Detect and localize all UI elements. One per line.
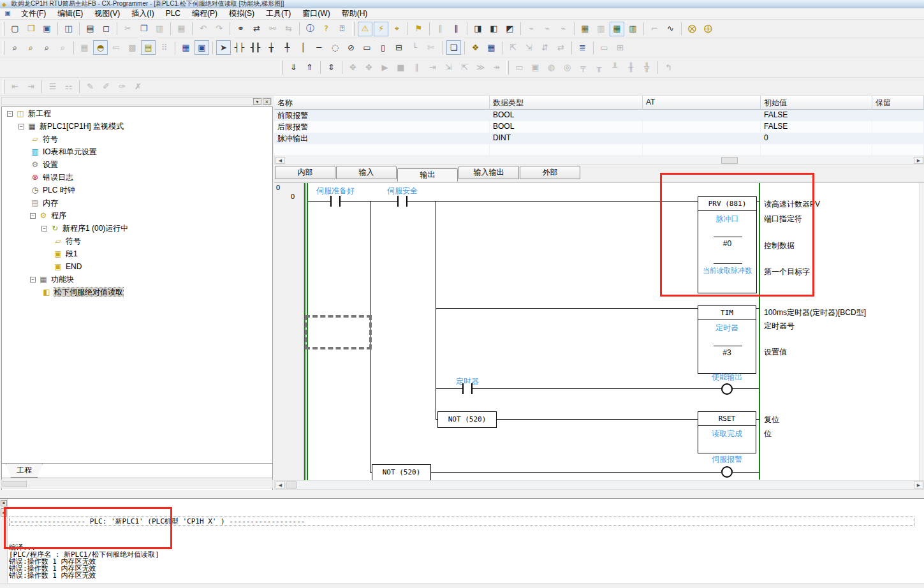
new-or-contact-icon[interactable]: ╁	[264, 40, 279, 55]
expand-toggle-icon[interactable]: −	[41, 226, 47, 232]
table-cell[interactable]: 0	[761, 133, 872, 144]
return-icon[interactable]: ↰	[661, 60, 676, 75]
show-address-icon[interactable]: ▦	[179, 40, 193, 55]
scrollbar-thumb[interactable]	[721, 157, 738, 164]
column-header[interactable]: 数据类型	[490, 96, 643, 110]
zoom-100-icon[interactable]: ⌕	[55, 40, 70, 55]
work-online-icon[interactable]: ⌁	[524, 22, 539, 36]
scrollbar-thumb[interactable]	[286, 481, 297, 489]
redo-icon[interactable]: ↷	[212, 22, 226, 36]
io-comment-icon[interactable]: ▩	[125, 40, 140, 55]
menu-item[interactable]: PLC	[160, 8, 186, 18]
sync-symbol-icon[interactable]: ⇄	[554, 40, 568, 55]
align-list-icon[interactable]: ☰	[45, 79, 60, 94]
force-off-icon[interactable]: ◎	[560, 60, 575, 75]
indent-right-icon[interactable]: ⇥	[24, 79, 38, 94]
rung-annotation-icon[interactable]: ≔	[109, 40, 124, 55]
tab-输入[interactable]: 输入	[336, 166, 397, 179]
instruction-block-not[interactable]: NOT (520)	[372, 464, 431, 480]
transfer-from-plc-icon[interactable]: ⇑	[302, 60, 317, 75]
workspace-close-button[interactable]: ✕	[263, 98, 271, 105]
ladder-cursor[interactable]	[305, 315, 372, 349]
paste-icon[interactable]: ▥	[152, 22, 167, 36]
network-monitor-icon[interactable]: ⌁	[556, 22, 571, 36]
project-tree-hscrollbar[interactable]	[1, 480, 273, 489]
set-value-icon[interactable]: ╥	[592, 60, 606, 75]
table-cell[interactable]	[274, 144, 490, 156]
scroll-left-arrow-icon[interactable]: ◀	[275, 157, 285, 164]
transfer-to-plc-icon[interactable]: ⇓	[286, 60, 301, 75]
table-cell[interactable]	[761, 144, 872, 156]
import-symbol-icon[interactable]: ⇱	[506, 40, 520, 55]
pause-sim-icon[interactable]: ‖	[409, 60, 424, 75]
scroll-right-arrow-icon[interactable]: ▶	[914, 481, 923, 489]
tab-内部[interactable]: 内部	[275, 166, 335, 179]
new-closed-or-contact-icon[interactable]: ╀	[280, 40, 295, 55]
table-cell[interactable]: DINT	[490, 133, 643, 144]
program-check-icon[interactable]: ◨	[471, 22, 485, 36]
work-calendar-icon[interactable]: ▦	[484, 40, 499, 55]
release-password-icon[interactable]: ⨁	[701, 22, 715, 36]
table-cell[interactable]: 前限报警	[274, 110, 490, 121]
rung-comment-icon[interactable]: ◓	[93, 40, 108, 55]
about-icon[interactable]: ⓘ	[303, 22, 318, 36]
output-hscrollbar[interactable]	[0, 583, 924, 588]
tree-item-fb-instance[interactable]: ◧松下伺服绝对值读取	[2, 286, 272, 298]
tree-item-io-table[interactable]: ▥IO表和单元设置	[2, 145, 272, 158]
expand-toggle-icon[interactable]: −	[7, 111, 13, 117]
set-password-icon[interactable]: ⨂	[685, 22, 700, 36]
tree-item-project[interactable]: −◫新工程	[2, 107, 272, 120]
workspace-menu-button[interactable]: ▼	[253, 98, 261, 105]
tree-item-program[interactable]: −↻新程序1 (00)运行中	[2, 222, 272, 235]
table-cell[interactable]	[872, 121, 924, 133]
new-instruction-icon[interactable]: ▭	[360, 40, 374, 55]
pause-icon[interactable]: ‖	[449, 22, 464, 36]
indent-left-icon[interactable]: ⇤	[8, 79, 22, 94]
print-preview-icon[interactable]: ◻	[99, 22, 114, 36]
operand[interactable]: #3	[698, 348, 756, 357]
open-file-icon[interactable]: ❒	[24, 22, 38, 36]
edit-pen3-icon[interactable]: ✑	[115, 79, 129, 94]
tree-item-memory[interactable]: ▤内存	[2, 196, 272, 209]
monitor-window-icon[interactable]: ▦	[610, 22, 624, 36]
new-fb-invoke-icon[interactable]: ▯	[376, 40, 390, 55]
io-monitor-icon[interactable]: ▭	[512, 60, 527, 75]
tab-输入输出[interactable]: 输入输出	[458, 166, 519, 179]
pause-target-icon[interactable]: ✥	[346, 60, 360, 75]
output-close-button[interactable]: ✕	[1, 500, 7, 506]
export-symbol-icon[interactable]: ⇲	[522, 40, 536, 55]
scroll-left-arrow-icon[interactable]: ◀	[275, 481, 285, 489]
expand-toggle-icon[interactable]: −	[30, 213, 36, 219]
panel-splitter[interactable]	[0, 490, 924, 498]
binary-monitor-icon[interactable]: ╬	[640, 60, 654, 75]
compare-program-icon[interactable]: ◫	[61, 22, 76, 36]
ladder-vscrollbar[interactable]	[919, 183, 924, 480]
connect-line-icon[interactable]: └	[407, 40, 422, 55]
contact-timer[interactable]	[462, 383, 473, 394]
monitor-tree-icon[interactable]: ⠿	[157, 40, 172, 55]
menu-item[interactable]: 文件(F)	[15, 8, 52, 18]
edit-pen2-icon[interactable]: ✐	[99, 79, 114, 94]
tree-item-settings[interactable]: ⚙设置	[2, 158, 272, 171]
table-cell[interactable]	[643, 121, 761, 133]
table-cell[interactable]: FALSE	[761, 110, 872, 121]
operand[interactable]: 定时器	[698, 323, 756, 334]
monitor-mode-icon[interactable]: ▦	[578, 22, 592, 36]
validate-symbol-icon[interactable]: ⇵	[538, 40, 552, 55]
online-edit-icon[interactable]: ⚡	[374, 22, 388, 36]
contact-servo-safe[interactable]	[397, 196, 407, 207]
tree-item-section-end[interactable]: ▣END	[2, 260, 272, 273]
instruction-block-not[interactable]: NOT (520)	[437, 411, 497, 428]
clear-list-icon[interactable]: ⚏	[61, 79, 76, 94]
new-file-icon[interactable]: ▢	[8, 22, 22, 36]
coil-enable-output[interactable]	[721, 383, 733, 395]
menu-item[interactable]: 编辑(E)	[52, 8, 89, 18]
table-row[interactable]: 前限报警BOOLFALSE	[274, 110, 924, 121]
scroll-right-arrow-icon[interactable]: ▶	[914, 157, 923, 164]
tree-item-plc-clock[interactable]: ◷PLC 时钟	[2, 184, 272, 196]
menu-item[interactable]: 模拟(S)	[223, 8, 260, 18]
new-closed-coil-icon[interactable]: ⊘	[344, 40, 358, 55]
zoom-fit-icon[interactable]: ⌕	[40, 40, 54, 55]
compile-error-list-icon[interactable]: ⚠	[358, 22, 372, 36]
save-icon[interactable]: ▣	[40, 22, 54, 36]
